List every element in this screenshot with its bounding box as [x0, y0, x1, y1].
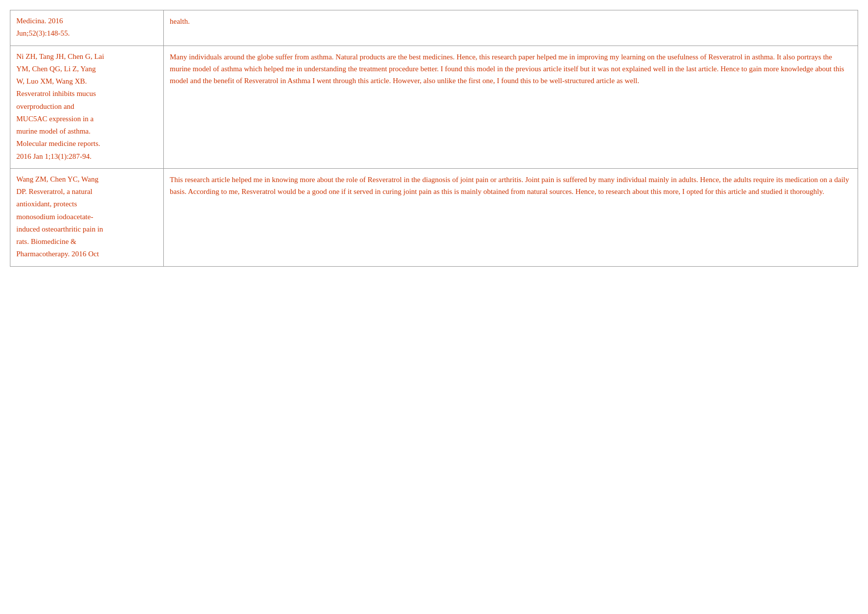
left-text-asthma-6: MUC5AC expression in a	[16, 113, 157, 125]
left-cell-medicina: Medicina. 2016 Jun;52(3):148-55.	[10, 10, 164, 46]
left-text-asthma-1: Ni ZH, Tang JH, Chen G, Lai	[16, 51, 157, 62]
left-text-asthma-7: murine model of asthma.	[16, 126, 157, 137]
left-text-medicina-2: Jun;52(3):148-55.	[16, 28, 157, 39]
left-text-asthma-9: 2016 Jan 1;13(1):287-94.	[16, 151, 157, 162]
left-text-joint-4: monosodium iodoacetate-	[16, 211, 157, 223]
table-row: Wang ZM, Chen YC, Wang DP. Resveratrol, …	[10, 168, 858, 266]
main-table: Medicina. 2016 Jun;52(3):148-55. health.…	[10, 10, 858, 267]
left-text-asthma-4: Resveratrol inhibits mucus	[16, 88, 157, 99]
left-text-joint-1: Wang ZM, Chen YC, Wang	[16, 174, 157, 185]
right-cell-asthma: Many individuals around the globe suffer…	[164, 46, 858, 168]
left-text-asthma-3: W, Luo XM, Wang XB.	[16, 76, 157, 87]
left-text-joint-7: Pharmacotherapy. 2016 Oct	[16, 248, 157, 260]
left-text-medicina-1: Medicina. 2016	[16, 15, 157, 27]
left-cell-asthma: Ni ZH, Tang JH, Chen G, Lai YM, Chen QG,…	[10, 46, 164, 168]
right-cell-joint: This research article helped me in knowi…	[164, 168, 858, 266]
left-text-asthma-2: YM, Chen QG, Li Z, Yang	[16, 63, 157, 75]
right-text-medicina: health.	[170, 15, 852, 27]
left-text-joint-2: DP. Resveratrol, a natural	[16, 186, 157, 197]
left-text-joint-6: rats. Biomedicine &	[16, 236, 157, 247]
table-row: Medicina. 2016 Jun;52(3):148-55. health.	[10, 10, 858, 46]
left-cell-joint: Wang ZM, Chen YC, Wang DP. Resveratrol, …	[10, 168, 164, 266]
right-cell-medicina: health.	[164, 10, 858, 46]
right-text-joint: This research article helped me in knowi…	[170, 174, 852, 197]
left-text-joint-3: antioxidant, protects	[16, 198, 157, 210]
table-row: Ni ZH, Tang JH, Chen G, Lai YM, Chen QG,…	[10, 46, 858, 168]
left-text-asthma-8: Molecular medicine reports.	[16, 138, 157, 149]
left-text-joint-5: induced osteoarthritic pain in	[16, 224, 157, 235]
right-text-asthma: Many individuals around the globe suffer…	[170, 51, 852, 87]
left-text-asthma-5: overproduction and	[16, 101, 157, 112]
